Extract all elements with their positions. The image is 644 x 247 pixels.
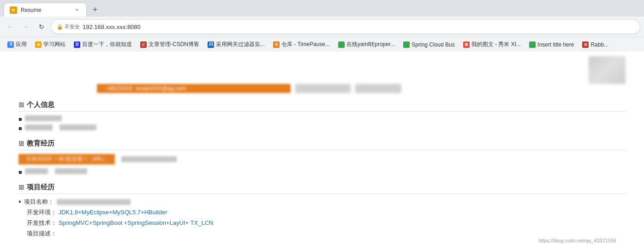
edu-detail-2 [55, 168, 87, 174]
active-tab[interactable]: R Resume × [4, 3, 87, 17]
project-section: 🖼 项目经历 • 项目名称： 开发环境： JDK1.8+MyEclipse+My… [18, 183, 626, 238]
contact-detail-blurred [355, 84, 401, 93]
bookmark-baidu[interactable]: 百 百度一下，你就知道 [70, 39, 136, 50]
bookmark-apps[interactable]: ⠿ 应用 [4, 39, 30, 50]
edu-extra-blurred [121, 156, 177, 162]
dev-env-value[interactable]: JDK1.8+MyEclipse+MySQL5.7+HBuilder [59, 209, 167, 216]
csdn-icon: C [140, 41, 147, 48]
personal-info-title: 🖼 个人信息 [18, 100, 626, 112]
bookmark-wangzhan-label: 采用网关过滤器实... [216, 41, 265, 48]
bullet-icon: • [18, 198, 21, 206]
bookmark-star-icon: ★ [35, 41, 42, 48]
page-content: +8615XXX oceanXXX@qq.com 🖼 个人信息 ■ ■ � [0, 52, 644, 238]
tab-bar: R Resume × + [0, 0, 644, 17]
bookmark-cangku[interactable]: 仓 仓库 - TimePause... [269, 39, 334, 50]
tab-close-button[interactable]: × [73, 6, 81, 14]
person-icon: 🖼 [18, 102, 24, 108]
bookmark-yaml-label: 在线yaml转proper... [346, 41, 395, 48]
rabb-icon: R [582, 41, 589, 48]
bookmark-springcloud[interactable]: 🌿 Spring Cloud Bus [400, 40, 458, 49]
dev-tech-value: SpringMVC+SpringBoot +SpringSession+LayU… [59, 219, 214, 226]
forward-button[interactable]: → [19, 20, 32, 33]
address-bar-row: ← → ↻ 🔒 不安全 [0, 17, 644, 37]
contact-bar: +8615XXX oceanXXX@qq.com [18, 84, 626, 93]
bookmark-springcloud-label: Spring Cloud Bus [411, 41, 454, 48]
warehouse-icon: 仓 [273, 41, 280, 48]
leaf-icon1: 🌿 [338, 41, 345, 48]
reload-button[interactable]: ↻ [35, 20, 48, 33]
bookmark-wangzhan[interactable]: 闪 采用网关过滤器实... [204, 39, 268, 50]
bookmark-yaml[interactable]: 🌿 在线yaml转proper... [334, 39, 399, 50]
personal-item-1: ■ [18, 115, 626, 123]
education-icon: 🖼 [18, 141, 24, 147]
resume-header [0, 52, 644, 84]
edu-orange-row: 大学XXXX 一本/双非双一（4年） [18, 154, 626, 166]
url-input[interactable] [83, 24, 634, 30]
bookmark-csdn[interactable]: C 文章管理-CSDN博客 [137, 39, 203, 50]
contact-extra-blurred [295, 84, 351, 93]
project-name-row: • 项目名称： [18, 198, 626, 206]
bookmark-inserttitle[interactable]: 🌿 Insert title here [525, 40, 578, 49]
address-bar[interactable]: 🔒 不安全 [51, 19, 640, 34]
back-button[interactable]: ← [4, 20, 17, 33]
bookmark-mitu[interactable]: ✖ 我的图文 - 秀米 XI... [459, 39, 525, 50]
project-title: 🖼 项目经历 [18, 183, 626, 194]
bookmark-mitu-label: 我的图文 - 秀米 XI... [471, 41, 521, 48]
tab-favicon: R [10, 6, 17, 14]
bookmark-inserttitle-label: Insert title here [537, 41, 574, 48]
apps-icon: ⠿ [7, 41, 14, 48]
bookmarks-bar: ⠿ 应用 ★ 学习网站 百 百度一下，你就知道 C 文章管理-CSDN博客 闪 … [0, 37, 644, 52]
footer-watermark: https://blog.csdn.net/qq_43371556 [538, 238, 616, 240]
leaf-icon3: 🌿 [529, 41, 536, 48]
baidu-icon: 百 [74, 41, 80, 48]
bookmark-xuexiwang[interactable]: ★ 学习网站 [31, 39, 69, 50]
bookmark-rabb-label: Rabb... [590, 41, 608, 48]
bookmark-apps-label: 应用 [16, 41, 27, 48]
dev-desc-row: 项目描述： [27, 229, 626, 238]
personal-info-section: 🖼 个人信息 ■ ■ [18, 100, 626, 132]
edu-detail-1 [25, 168, 48, 174]
contact-info-blurred: +8615XXX oceanXXX@qq.com [97, 84, 291, 93]
avatar [589, 56, 626, 84]
new-tab-button[interactable]: + [89, 3, 101, 16]
personal-detail-1 [25, 115, 62, 121]
bookmark-cangku-label: 仓库 - TimePause... [281, 41, 330, 48]
bookmark-baidu-label: 百度一下，你就知道 [82, 41, 132, 48]
dev-tech-row: 开发技术： SpringMVC+SpringBoot +SpringSessio… [27, 219, 626, 227]
edu-item-1: ■ [18, 168, 626, 176]
flash-icon: 闪 [208, 41, 214, 48]
project-icon: 🖼 [18, 184, 24, 191]
bookmark-xuexiwang-label: 学习网站 [43, 41, 66, 48]
personal-item-2: ■ [18, 124, 626, 132]
education-section: 🖼 教育经历 大学XXXX 一本/双非双一（4年） ■ [18, 139, 626, 176]
personal-detail-2a [25, 124, 53, 130]
bookmark-rabb[interactable]: R Rabb... [578, 40, 612, 49]
leaf-icon2: 🌿 [403, 41, 410, 48]
tab-title: Resume [21, 7, 70, 13]
education-title: 🖼 教育经历 [18, 139, 626, 150]
edu-school-blurred: 大学XXXX 一本/双非双一（4年） [18, 154, 115, 165]
bookmark-csdn-label: 文章管理-CSDN博客 [149, 41, 199, 48]
x-icon: ✖ [463, 41, 470, 48]
personal-detail-2b [60, 124, 96, 130]
project-name-blurred [57, 199, 131, 205]
security-indicator: 🔒 不安全 [57, 24, 80, 30]
dev-env-row: 开发环境： JDK1.8+MyEclipse+MySQL5.7+HBuilder [27, 208, 626, 217]
